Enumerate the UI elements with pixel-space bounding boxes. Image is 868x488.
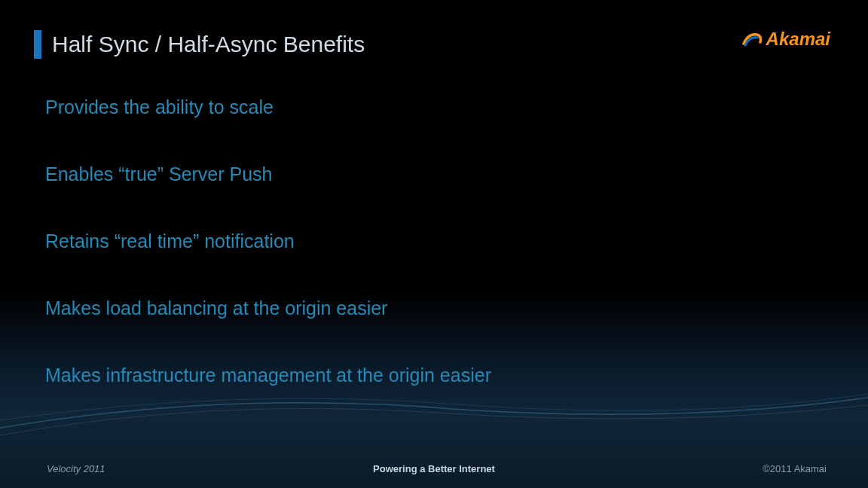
logo-brand-text: Akamai [766, 29, 830, 50]
akamai-logo: Akamai [741, 29, 830, 50]
slide-title: Half Sync / Half-Async Benefits [52, 32, 365, 57]
footer-tagline: Powering a Better Internet [373, 463, 495, 474]
bullet-item: Provides the ability to scale [45, 96, 491, 118]
slide-container: Half Sync / Half-Async Benefits Akamai P… [0, 0, 868, 488]
bullet-item: Retains “real time” notification [45, 230, 491, 252]
footer: Velocity 2011 Powering a Better Internet… [0, 463, 868, 474]
footer-event: Velocity 2011 [47, 463, 105, 474]
bullet-list: Provides the ability to scale Enables “t… [45, 96, 491, 432]
akamai-wave-icon [741, 29, 763, 50]
bullet-item: Enables “true” Server Push [45, 163, 491, 185]
bullet-item: Makes load balancing at the origin easie… [45, 297, 491, 319]
title-bar: Half Sync / Half-Async Benefits [34, 30, 365, 59]
footer-copyright: ©2011 Akamai [763, 463, 827, 474]
title-marker [34, 30, 41, 59]
bullet-item: Makes infrastructure management at the o… [45, 364, 491, 386]
